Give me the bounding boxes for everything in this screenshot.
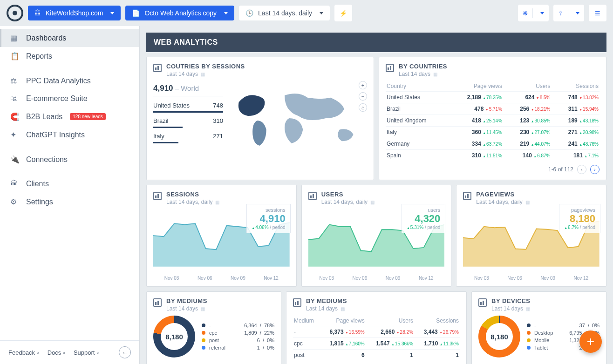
nav-icon: 📋 <box>10 52 19 61</box>
table-header: Users <box>503 81 551 92</box>
legend-name: cpc <box>209 330 240 336</box>
spark-summary: sessions 4,910 4.06% / period <box>246 204 290 233</box>
pager-prev[interactable]: ‹ <box>577 165 586 174</box>
card-title: USERS <box>321 191 375 198</box>
feedback-link[interactable]: Feedback ▫ <box>8 349 39 356</box>
card-title: SESSIONS <box>166 191 219 198</box>
sidebar-item-dashboards[interactable]: ▦ Dashboards <box>0 29 139 47</box>
legend-value: 6,364 / 78% <box>244 323 274 328</box>
clock-icon: 🕓 <box>245 9 253 17</box>
legend-value: 37 / 0% <box>579 323 599 328</box>
map-home[interactable]: ⌂ <box>359 103 367 112</box>
sidebar-item-ppc[interactable]: ⚖ PPC Data Analytics <box>0 72 139 90</box>
mediums-table: MediumPage viewsUsersSessions - 6,373 16… <box>293 316 460 364</box>
card-subtitle: Last 14 days, daily <box>476 199 529 205</box>
chart-icon <box>463 192 471 200</box>
country-row: Brazil 310 <box>153 115 223 130</box>
card-sessions: SESSIONSLast 14 days, daily sessions 4,9… <box>146 185 297 287</box>
nav-label: Reports <box>26 52 52 61</box>
card-subtitle: Last 14 days <box>491 305 531 312</box>
share-button[interactable]: ⇪ <box>553 5 584 21</box>
table-header: Sessions <box>551 81 599 92</box>
card-by-countries: BY COUNTRIES Last 14 days CountryPage vi… <box>379 57 606 180</box>
card-mediums-table: BY MEDIUMSLast 14 days MediumPage viewsU… <box>286 291 467 364</box>
devices-donut: 8,180 <box>478 316 520 357</box>
chart-icon <box>478 298 487 307</box>
bank-icon: 🏛 <box>34 9 41 17</box>
sidebar-item-settings[interactable]: ⚙ Settings <box>0 193 139 211</box>
refresh-button[interactable]: ⚡ <box>334 5 352 21</box>
donut-center: 8,180 <box>486 323 513 350</box>
theme-toggle[interactable]: ❋ <box>518 5 549 21</box>
spark-summary: users 4,320 5.31% / period <box>402 204 445 233</box>
card-subtitle: Last 14 days <box>306 305 347 312</box>
nav-label: ChatGPT Insights <box>26 131 85 139</box>
nav-icon: 🏛 <box>10 180 19 188</box>
table-row: Germany 334 63.72% 219 44.07% 241 48.76% <box>386 138 599 150</box>
table-row: United States 2,189 78.25% 624 8.5% 748 … <box>386 92 599 103</box>
chart-icon <box>153 192 162 200</box>
nav-label: B2B Leads <box>26 113 62 121</box>
sidebar-item-connections[interactable]: 🔌 Connections <box>0 150 139 169</box>
legend-dot <box>202 324 205 327</box>
external-icon: ▫ <box>37 349 39 356</box>
card-title: BY COUNTRIES <box>399 63 447 70</box>
card-countries-map: COUTRIES BY SESSIONS Last 14 days 4,910 … <box>146 57 374 180</box>
nav-icon: 🛍 <box>10 94 19 103</box>
nav-badge: 128 new leads <box>70 113 106 120</box>
legend-name: Tablet <box>534 345 576 351</box>
country-name: Brazil <box>153 117 169 124</box>
collapse-sidebar-button[interactable]: ← <box>119 346 131 358</box>
sidebar-item-clients[interactable]: 🏛 Clients <box>0 175 139 193</box>
nav-label: E-commerce Suite <box>26 94 88 103</box>
nav-label: PPC Data Analytics <box>26 77 91 85</box>
legend-dot <box>202 346 205 350</box>
legend-name: Mobile <box>534 337 565 343</box>
map-zoom-in[interactable]: + <box>359 81 367 89</box>
table-header: Medium <box>293 316 320 326</box>
legend-name: - <box>534 323 576 328</box>
table-row: United Kingdom 418 25.14% 123 30.85% 189… <box>386 115 599 127</box>
nav-icon: ⚙ <box>10 197 19 206</box>
sidebar-item-b2b[interactable]: 🧲 B2B Leads 128 new leads <box>0 108 139 126</box>
legend-name: referral <box>209 345 253 351</box>
legend-row: - 37 / 0% <box>527 322 599 329</box>
sidebar-item-reports[interactable]: 📋 Reports <box>0 47 139 65</box>
world-map[interactable]: + − ⌂ <box>230 81 367 155</box>
card-title: BY DEVICES <box>491 297 531 304</box>
country-value: 748 <box>213 102 223 109</box>
countries-pager: 1-6 of 112 ‹ › <box>386 161 599 174</box>
table-header: Country <box>386 81 448 92</box>
country-name: United States <box>153 102 190 109</box>
dashboard-selector[interactable]: 📄 Octo Web Analytics copy <box>125 6 234 20</box>
table-row: cpc 1,815 7,160% 1,547 15.36k% 1,710 11.… <box>293 338 460 350</box>
table-row: Italy 360 11.45% 230 27.07% 271 20.98% <box>386 127 599 138</box>
map-zoom-out[interactable]: − <box>359 92 367 101</box>
pager-next[interactable]: › <box>590 165 599 174</box>
external-icon: ▫ <box>96 349 99 356</box>
site-selector[interactable]: 🏛 KiteWorldShop.com <box>28 6 121 20</box>
country-row: United States 748 <box>153 99 223 115</box>
legend-dot <box>527 338 531 342</box>
menu-button[interactable]: ☰ <box>589 5 606 21</box>
table-row: referral 1 1 1 <box>293 361 460 364</box>
legend-name: Desktop <box>534 330 565 336</box>
countries-table: CountryPage viewsUsersSessions United St… <box>386 81 599 161</box>
legend-name: - <box>209 323 240 328</box>
fab-add[interactable]: + <box>579 330 602 353</box>
country-row: Italy 271 <box>153 130 223 145</box>
nav-icon: ▦ <box>10 34 19 42</box>
table-header: Users <box>366 316 414 326</box>
section-header: WEB ANALYTICS <box>146 33 606 52</box>
card-subtitle: Last 14 days <box>399 71 447 77</box>
table-row: Spain 310 11.51% 140 6.87% 181 7.1% <box>386 150 599 162</box>
nav-icon: 🧲 <box>10 112 19 121</box>
sidebar-item-ecommerce[interactable]: 🛍 E-commerce Suite <box>0 90 139 108</box>
legend-row: cpc 1,809 / 22% <box>202 329 274 337</box>
sidebar-item-chatgpt[interactable]: ✦ ChatGPT Insights <box>0 126 139 144</box>
support-link[interactable]: Support ▫ <box>74 349 99 356</box>
nav-label: Connections <box>26 155 68 164</box>
date-range-selector[interactable]: 🕓 Last 14 days, daily <box>239 6 330 20</box>
content-area: WEB ANALYTICS COUTRIES BY SESSIONS Last … <box>140 26 613 364</box>
docs-link[interactable]: Docs ▫ <box>48 349 65 356</box>
